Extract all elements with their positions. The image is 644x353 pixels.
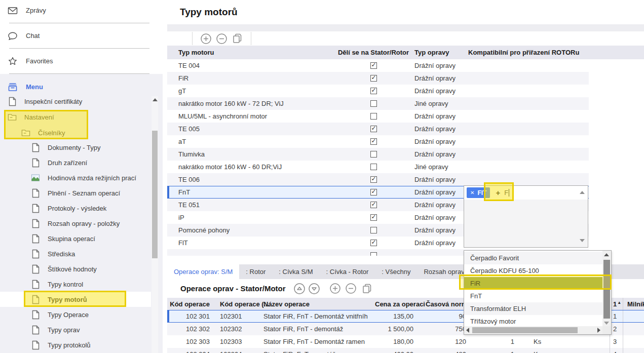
motor-type-cell: iP (167, 214, 335, 221)
table-row[interactable]: Tlumivka Drážní opravy (167, 148, 589, 161)
stator-rotor-checkbox[interactable] (370, 164, 377, 170)
sidebar-item-favorites[interactable]: Favorites (0, 53, 151, 69)
chat-icon (8, 31, 18, 41)
table-row[interactable]: 102 304 102304 Stator FiR, FnT - montáž … (167, 348, 644, 353)
sidebar-item-nastaveni[interactable]: Nastavení (0, 109, 151, 125)
scrollbar-thumb[interactable] (152, 131, 158, 258)
dropdown-option[interactable]: FiR (464, 277, 602, 290)
copy-icon[interactable] (360, 282, 373, 295)
repair-type-cell: Drážní opravy (411, 201, 465, 209)
sidebar-item-typy-motoru[interactable]: Typy motorů (0, 292, 151, 307)
sidebar-item-druh-zarizeni[interactable]: Druh zařízení (0, 155, 151, 170)
dropdown-hscrollbar[interactable] (464, 326, 602, 334)
op-code-cell: 102 304 (167, 350, 216, 353)
table-row[interactable]: TE 005 Drážní opravy (167, 123, 589, 135)
scroll-left-icon[interactable] (466, 328, 469, 333)
table-row[interactable]: nakrátko motor 160 kW - 60 DR;ViJ Jiné o… (167, 161, 589, 173)
stator-rotor-checkbox[interactable] (370, 75, 377, 82)
stator-rotor-checkbox[interactable] (370, 126, 377, 132)
sidebar-item-stitkove-hodnoty[interactable]: Štítkové hodnoty (0, 261, 151, 277)
scrollbar-thumb[interactable] (472, 327, 578, 333)
spinner-down-icon[interactable] (580, 239, 585, 242)
tab-4[interactable]: : Všechny (375, 264, 417, 279)
sidebar-item-hodinova-mzda[interactable]: Hodinová mzda režijních prací (0, 170, 151, 185)
dropdown-option[interactable]: FnT (464, 290, 602, 302)
add-circle-icon[interactable] (329, 282, 342, 295)
repair-type-cell: Jiné opravy (411, 163, 465, 171)
stator-rotor-checkbox[interactable] (370, 227, 377, 233)
table-row[interactable]: FiR Drážní opravy (167, 72, 589, 85)
dropdown-vscrollbar[interactable] (602, 251, 611, 326)
toolbar-separator (251, 32, 251, 45)
sidebar-item-inspekcni-certifikaty[interactable]: Inspekční certifikáty (0, 94, 151, 109)
sidebar-item-typy-protokolu[interactable]: Typy protokolů (0, 337, 151, 352)
sidebar-item-protokoly-vysledek[interactable]: Protokoly - výsledek (0, 201, 151, 216)
table-row[interactable]: aT Drážní opravy (167, 135, 589, 148)
dropdown-option[interactable]: Třífázový motor (464, 315, 602, 326)
tab-0[interactable]: Operace oprav: S/M (167, 264, 239, 279)
compat-dropdown: Čerpadlo FavoritČerpadlo KDFU 65-100FiRF… (464, 250, 612, 335)
remove-tag-icon[interactable]: ✕ (470, 190, 474, 195)
stator-rotor-checkbox[interactable] (370, 189, 377, 195)
table-row[interactable]: MLU/5ML - asynchronní motor Drážní oprav… (167, 110, 589, 123)
sidebar-item-ciselniky[interactable]: Číselníky (0, 125, 151, 140)
dropdown-option[interactable]: Transformátor ELH (464, 302, 602, 315)
stator-rotor-checkbox[interactable] (370, 252, 377, 256)
compat-search-input[interactable]: F (504, 189, 509, 197)
spinner-up-icon[interactable] (580, 191, 585, 194)
table-row[interactable]: nakrátko motor 160 kW - 72 DR; ViJ Jiné … (167, 97, 589, 110)
scroll-up-icon[interactable] (153, 98, 158, 101)
stator-rotor-checkbox[interactable] (370, 202, 377, 208)
stator-rotor-checkbox[interactable] (370, 100, 377, 107)
page-icon (31, 204, 40, 213)
dropdown-option[interactable]: Čerpadlo KDFU 65-100 (464, 264, 602, 277)
tab-1[interactable]: : Rotor (239, 264, 272, 279)
sidebar-item-menu[interactable]: Menu (0, 79, 151, 95)
op-code2-cell: 102301 (216, 312, 259, 320)
stator-rotor-checkbox[interactable] (370, 138, 377, 145)
sidebar-item-rozsah-opravy-polozky[interactable]: Rozsah opravy - položky (0, 216, 151, 231)
stator-rotor-checkbox[interactable] (370, 88, 377, 94)
remove-circle-icon[interactable] (345, 282, 358, 295)
sidebar-item-typy-kontrol[interactable]: Typy kontrol (0, 277, 151, 292)
stator-rotor-checkbox[interactable] (370, 113, 377, 120)
table-row[interactable]: 102 303 102303 Stator FiR, FnT - Demontá… (167, 335, 644, 348)
tab-3[interactable]: : Cívka - Rotor (320, 264, 375, 279)
sidebar-item-dokumenty-typy[interactable]: Dokumenty - Typy (0, 140, 151, 155)
stator-rotor-checkbox[interactable] (370, 62, 377, 69)
repair-type-cell: Drážní opravy (411, 188, 465, 196)
sidebar-item-strediska[interactable]: Střediska (0, 246, 151, 261)
sidebar-item-zpravy[interactable]: Zprávy (0, 2, 151, 19)
op-milestone-cell (623, 323, 644, 335)
table-row[interactable]: gT Drážní opravy (167, 85, 589, 97)
scroll-down-icon[interactable] (604, 322, 609, 325)
stator-rotor-checkbox[interactable] (370, 151, 377, 158)
stator-rotor-checkbox[interactable] (370, 214, 377, 221)
add-circle-icon[interactable] (199, 32, 212, 45)
op-seq-cell: 3 (610, 335, 623, 348)
sidebar-scrollbar[interactable] (151, 96, 158, 353)
add-value-icon[interactable]: + (496, 188, 500, 197)
sidebar-item-typy-oprav[interactable]: Typy oprav (0, 322, 151, 337)
stator-rotor-checkbox[interactable] (370, 176, 377, 183)
up-circle-icon[interactable] (293, 282, 306, 295)
table-row[interactable]: TE 004 Drážní opravy (167, 59, 589, 72)
scroll-up-icon[interactable] (604, 253, 609, 256)
scroll-right-icon[interactable] (597, 328, 600, 333)
repair-type-cell: Drážní opravy (411, 87, 465, 95)
down-circle-icon[interactable] (308, 282, 321, 295)
sidebar-item-skupina-operaci[interactable]: Skupina operací (0, 231, 151, 246)
page-icon (8, 97, 17, 106)
stator-rotor-checkbox[interactable] (370, 240, 377, 246)
scrollbar-thumb[interactable] (603, 260, 610, 319)
sidebar-item-typy-operace[interactable]: Typy Operace (0, 307, 151, 322)
dropdown-option[interactable]: Čerpadlo Favorit (464, 252, 602, 264)
title-separator (167, 24, 644, 31)
tab-2[interactable]: : Cívka S/M (272, 264, 319, 279)
compat-tag[interactable]: ✕FlT (467, 187, 490, 198)
table-row[interactable]: TE 006 Drážní opravy (167, 173, 589, 186)
sidebar-item-chat[interactable]: Chat (0, 27, 151, 44)
sidebar-item-plneni-seznam-operaci[interactable]: Plnění - Seznam operací (0, 185, 151, 201)
remove-circle-icon[interactable] (215, 32, 228, 45)
copy-icon[interactable] (231, 32, 244, 45)
